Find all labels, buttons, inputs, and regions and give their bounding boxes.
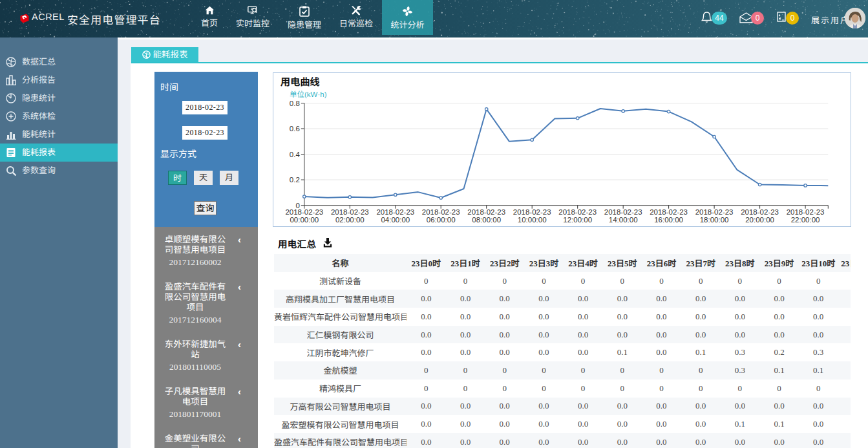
svg-text:00:00:00: 00:00:00 xyxy=(290,216,319,224)
svg-text:14:00:00: 14:00:00 xyxy=(609,216,638,224)
svg-text:2018-02-23: 2018-02-23 xyxy=(467,208,505,216)
svg-text:02:00:00: 02:00:00 xyxy=(335,216,365,224)
svg-text:2018-02-23: 2018-02-23 xyxy=(558,208,597,216)
svg-text:2018-02-23: 2018-02-23 xyxy=(741,208,779,216)
svg-text:0.6: 0.6 xyxy=(290,125,300,133)
svg-text:2018-02-23: 2018-02-23 xyxy=(695,208,734,216)
svg-text:2018-02-23: 2018-02-23 xyxy=(787,208,825,216)
svg-text:10:00:00: 10:00:00 xyxy=(518,216,547,224)
svg-text:22:00:00: 22:00:00 xyxy=(791,216,820,224)
svg-text:2018-02-23: 2018-02-23 xyxy=(650,208,688,216)
svg-text:0.4: 0.4 xyxy=(290,151,301,158)
svg-text:2018-02-23: 2018-02-23 xyxy=(376,208,414,216)
svg-text:2018-02-23: 2018-02-23 xyxy=(331,208,369,216)
svg-text:0.2: 0.2 xyxy=(290,176,300,184)
svg-text:2018-02-23: 2018-02-23 xyxy=(513,208,551,216)
svg-text:2018-02-23: 2018-02-23 xyxy=(285,208,323,216)
svg-text:04:00:00: 04:00:00 xyxy=(381,216,410,224)
svg-text:2018-02-23: 2018-02-23 xyxy=(422,208,460,216)
svg-text:2018-02-23: 2018-02-23 xyxy=(604,208,642,216)
svg-text:18:00:00: 18:00:00 xyxy=(700,216,729,224)
svg-text:16:00:00: 16:00:00 xyxy=(654,216,683,224)
svg-text:06:00:00: 06:00:00 xyxy=(427,216,456,224)
svg-text:0.8: 0.8 xyxy=(290,100,300,107)
svg-text:20:00:00: 20:00:00 xyxy=(745,216,774,224)
svg-text:12:00:00: 12:00:00 xyxy=(563,216,592,224)
svg-text:08:00:00: 08:00:00 xyxy=(472,216,501,224)
